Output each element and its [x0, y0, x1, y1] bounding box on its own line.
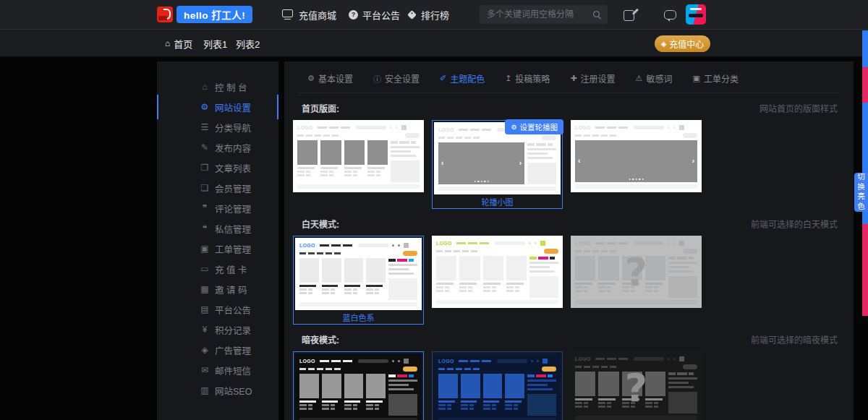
info-icon: ⓘ	[373, 73, 381, 85]
book-icon: ▥	[199, 385, 210, 395]
toggle-light-mode-tab[interactable]: 切换亮色	[854, 173, 868, 212]
theme-preview-day-custom: LOGO?	[571, 236, 702, 308]
theme-preview-green: LOGO	[432, 236, 563, 308]
folder-icon: ❐	[199, 163, 210, 173]
layout-option-carousel-small[interactable]: ⚙设置轮播图 LOGO‹› 轮播小图	[432, 120, 563, 209]
recharge-center-button[interactable]: ◈ 充值中心	[655, 35, 710, 52]
layout-option-carousel-full[interactable]: LOGO‹›	[571, 120, 702, 192]
section-title: 暗夜模式:	[302, 333, 339, 346]
section-desc: 前端可选择的白天模式	[751, 218, 838, 230]
tab-basic-settings[interactable]: ⚙基本设置	[307, 72, 353, 85]
sidebar-item-message-mgmt[interactable]: ❝私信管理	[157, 218, 278, 239]
section-title: 首页版面:	[302, 102, 339, 114]
sidebar-item-ticket-mgmt[interactable]: ▣工单管理	[157, 239, 278, 259]
night-theme-custom[interactable]: LOGO? 自定义	[571, 351, 702, 420]
chat-icon[interactable]	[664, 10, 676, 20]
night-theme-options: LOGO 黑灰色系 LOGO 暗蓝色系 LOGO? 自定义	[284, 346, 854, 420]
upload-icon: ↥	[505, 74, 511, 83]
avatar[interactable]	[686, 4, 706, 25]
section-title: 白天模式:	[302, 218, 339, 230]
top-navbar: hello 打工人! 充值商城 ? 平台公告 排行榜	[0, 0, 868, 29]
sidebar-item-category-nav[interactable]: ☰分类导航	[157, 117, 278, 137]
nav-list1[interactable]: 列表1	[203, 30, 227, 57]
tab-theme-colors[interactable]: ✐主题配色	[440, 72, 485, 85]
sidebar-item-platform-announcement[interactable]: ▤平台公告	[157, 299, 278, 320]
sidebar-item-member-mgmt[interactable]: ❏会员管理	[157, 178, 278, 198]
briefcase-icon: ▣	[693, 74, 700, 83]
menu-recharge-mall[interactable]: 充值商城	[282, 0, 336, 29]
sidebar-item-recharge-card[interactable]: ▭充 值 卡	[157, 259, 278, 279]
tab-sensitive-words[interactable]: ⚠敏感词	[636, 72, 673, 85]
comment-icon: ❞	[199, 203, 210, 213]
gear-icon: ⚙	[511, 124, 516, 131]
nav-list2[interactable]: 列表2	[236, 30, 260, 57]
list-icon: ☰	[199, 122, 210, 132]
sidebar-item-email-sms[interactable]: ✉邮件短信	[157, 360, 278, 380]
nav-home[interactable]: ⌂ 首页	[165, 30, 192, 57]
tab-ticket-category[interactable]: ▣工单分类	[693, 72, 739, 85]
user-plus-icon: ✚	[570, 74, 576, 83]
layout-option-grid[interactable]: LOGO	[293, 120, 424, 192]
night-theme-dark-blue[interactable]: LOGO 暗蓝色系	[432, 351, 563, 420]
day-theme-green[interactable]: LOGO	[432, 236, 563, 308]
edit-icon: ✎	[199, 142, 210, 153]
scroll-strip-blue	[862, 30, 868, 67]
section-night-mode-header: 暗夜模式: 前端可选择的暗夜模式	[302, 333, 838, 346]
section-desc: 网站首页的版面样式	[760, 102, 838, 114]
card-icon: ▭	[199, 264, 210, 274]
invite-icon: ▦	[199, 284, 210, 294]
section-desc: 前端可选择的暗夜模式	[751, 333, 838, 346]
shield-icon: ◈	[199, 345, 210, 355]
layout-preview-grid: LOGO	[293, 120, 424, 192]
sidebar-item-publish-content[interactable]: ✎发布内容	[157, 137, 278, 158]
menu-ranking[interactable]: 排行榜	[409, 0, 449, 29]
divider	[299, 93, 839, 93]
sidebar-item-article-list[interactable]: ❐文章列表	[157, 158, 278, 178]
search-input[interactable]	[480, 5, 608, 24]
main-panel: ⚙基本设置 ⓘ安全设置 ✐主题配色 ↥投稿策略 ✚注册设置 ⚠敏感词 ▣工单分类…	[284, 61, 854, 420]
search-box	[480, 5, 608, 24]
day-theme-options: LOGO 蓝白色系 LOGO LOGO?	[284, 230, 854, 325]
members-icon: ❏	[199, 183, 210, 193]
site-logo[interactable]: hello 打工人!	[176, 6, 252, 23]
scroll-strip-pink	[862, 67, 868, 103]
set-carousel-badge[interactable]: ⚙设置轮播图	[505, 119, 563, 134]
gear-icon: ⚙	[199, 102, 210, 112]
sidebar-item-invite-code[interactable]: ▦邀 请 码	[157, 279, 278, 299]
secondary-navbar: ⌂ 首页 列表1 列表2 ◈ 充值中心	[0, 29, 868, 56]
sidebar-item-dashboard[interactable]: ⌂控 制 台	[157, 77, 278, 97]
page: hello 打工人! 充值商城 ? 平台公告 排行榜 ⌂ 首页 列表1 列表2	[0, 0, 868, 420]
tab-submission-policy[interactable]: ↥投稿策略	[505, 72, 550, 85]
day-theme-blue-white[interactable]: LOGO 蓝白色系	[293, 236, 424, 325]
menu-platform-announcement[interactable]: ? 平台公告	[349, 0, 400, 29]
sidebar-item-site-seo[interactable]: ▥网站SEO	[157, 380, 278, 400]
theme-label: 蓝白色系	[295, 310, 422, 322]
yen-icon: ¥	[199, 325, 210, 335]
sidebar-item-site-settings[interactable]: ⚙网站设置	[157, 97, 278, 117]
question-icon: ?	[349, 10, 358, 20]
brush-icon: ✐	[440, 74, 446, 83]
home-icon: ⌂	[199, 82, 210, 92]
sidebar-item-comment-mgmt[interactable]: ❞评论管理	[157, 198, 278, 218]
sidebar-item-ad-mgmt[interactable]: ◈广告管理	[157, 340, 278, 360]
section-day-mode-header: 白天模式: 前端可选择的白天模式	[302, 218, 838, 230]
gem-icon: ◈	[661, 40, 667, 48]
night-theme-black-gray[interactable]: LOGO 黑灰色系	[293, 351, 424, 420]
section-home-layout-header: 首页版面: 网站首页的版面样式	[302, 102, 838, 114]
tab-security-settings[interactable]: ⓘ安全设置	[373, 72, 420, 85]
tab-register-settings[interactable]: ✚注册设置	[570, 72, 615, 85]
announcement-icon: ▤	[199, 304, 210, 314]
tag-icon	[407, 10, 417, 20]
theme-preview-blue-white: LOGO	[295, 238, 422, 310]
theme-preview-black-gray: LOGO	[295, 353, 422, 420]
settings-tabs: ⚙基本设置 ⓘ安全设置 ✐主题配色 ↥投稿策略 ✚注册设置 ⚠敏感词 ▣工单分类	[284, 61, 854, 85]
search-icon[interactable]	[593, 11, 600, 17]
sidebar-item-points-record[interactable]: ¥积分记录	[157, 320, 278, 340]
home-icon: ⌂	[165, 38, 170, 48]
logo-icon[interactable]	[157, 7, 173, 22]
mail-icon: ✉	[199, 365, 210, 375]
shop-icon	[282, 9, 293, 17]
edit-icon[interactable]	[624, 10, 634, 21]
layout-preview-carousel-full: LOGO‹›	[571, 120, 702, 192]
day-theme-custom[interactable]: LOGO?	[571, 236, 702, 308]
